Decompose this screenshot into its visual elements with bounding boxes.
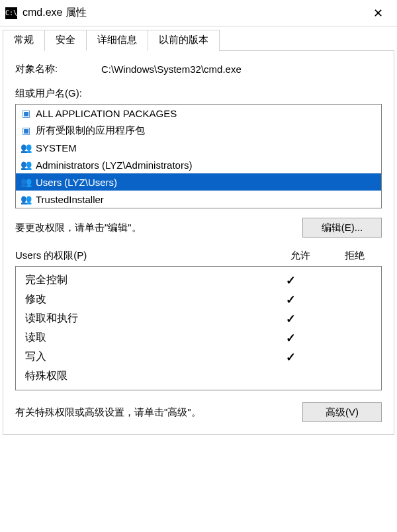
principal-item[interactable]: 👥Users (LYZ\Users) — [16, 173, 381, 191]
object-name-row: 对象名称: C:\Windows\System32\cmd.exe — [15, 63, 382, 75]
user-group-icon: 👥 — [20, 159, 32, 171]
permission-name: 写入 — [25, 350, 263, 364]
tab-security[interactable]: 安全 — [45, 30, 87, 51]
edit-button[interactable]: 编辑(E)... — [302, 218, 382, 238]
object-name-label: 对象名称: — [15, 63, 101, 75]
tab-previous-versions[interactable]: 以前的版本 — [148, 30, 220, 51]
object-name-value: C:\Windows\System32\cmd.exe — [101, 64, 242, 75]
package-icon: ▣ — [20, 124, 32, 136]
tab-details[interactable]: 详细信息 — [87, 30, 148, 51]
edit-hint-text: 要更改权限，请单击"编辑"。 — [15, 222, 142, 234]
tab-page-security: 对象名称: C:\Windows\System32\cmd.exe 组或用户名(… — [3, 50, 394, 435]
permission-allow — [263, 313, 318, 325]
tab-strip: 常规 安全 详细信息 以前的版本 — [3, 29, 394, 50]
permissions-header-name: Users 的权限(P) — [15, 249, 273, 262]
principals-list[interactable]: ▣ALL APPLICATION PACKAGES▣所有受限制的应用程序包👥SY… — [15, 104, 382, 208]
permission-row: 修改 — [16, 290, 381, 309]
package-icon: ▣ — [20, 107, 32, 119]
permission-allow — [263, 332, 318, 344]
permission-row: 读取和执行 — [16, 309, 381, 328]
principal-item[interactable]: 👥SYSTEM — [16, 139, 381, 156]
principal-item[interactable]: ▣所有受限制的应用程序包 — [16, 122, 381, 139]
user-group-icon: 👥 — [20, 193, 32, 205]
app-icon: C:\ — [5, 7, 17, 19]
close-button[interactable]: ✕ — [363, 0, 393, 26]
permission-name: 读取和执行 — [25, 312, 263, 326]
permission-row: 特殊权限 — [16, 367, 381, 386]
permission-row: 完全控制 — [16, 271, 381, 290]
advanced-button[interactable]: 高级(V) — [302, 402, 382, 422]
window-title: cmd.exe 属性 — [22, 6, 363, 20]
principal-item[interactable]: ▣ALL APPLICATION PACKAGES — [16, 105, 381, 122]
permission-name: 特殊权限 — [25, 369, 263, 383]
user-group-icon: 👥 — [20, 142, 32, 154]
group-or-users-label: 组或用户名(G): — [15, 87, 382, 100]
principal-name: TrustedInstaller — [36, 194, 104, 205]
permission-name: 完全控制 — [25, 273, 263, 287]
user-group-icon: 👥 — [20, 176, 32, 188]
permission-row: 读取 — [16, 328, 381, 347]
principal-item[interactable]: 👥Administrators (LYZ\Administrators) — [16, 156, 381, 173]
permission-row: 写入 — [16, 347, 381, 367]
window-titlebar: C:\ cmd.exe 属性 ✕ — [0, 0, 397, 26]
principal-name: Users (LYZ\Users) — [36, 177, 117, 188]
permission-allow — [263, 294, 318, 306]
principal-name: SYSTEM — [36, 142, 77, 154]
principal-name: 所有受限制的应用程序包 — [36, 124, 145, 137]
close-icon: ✕ — [373, 6, 383, 21]
permission-name: 修改 — [25, 292, 263, 306]
tab-general[interactable]: 常规 — [3, 30, 45, 51]
permission-allow — [263, 275, 318, 287]
principal-name: Administrators (LYZ\Administrators) — [36, 159, 192, 171]
principal-name: ALL APPLICATION PACKAGES — [36, 108, 177, 119]
permission-name: 读取 — [25, 331, 263, 345]
permissions-header-allow: 允许 — [273, 249, 328, 262]
permissions-header-deny: 拒绝 — [328, 249, 382, 262]
advanced-hint-text: 有关特殊权限或高级设置，请单击"高级"。 — [15, 406, 201, 419]
principal-item[interactable]: 👥TrustedInstaller — [16, 191, 381, 208]
permissions-list: 完全控制修改读取和执行读取写入特殊权限 — [15, 266, 382, 390]
permissions-header: Users 的权限(P) 允许 拒绝 — [15, 249, 382, 262]
permission-allow — [263, 351, 318, 363]
